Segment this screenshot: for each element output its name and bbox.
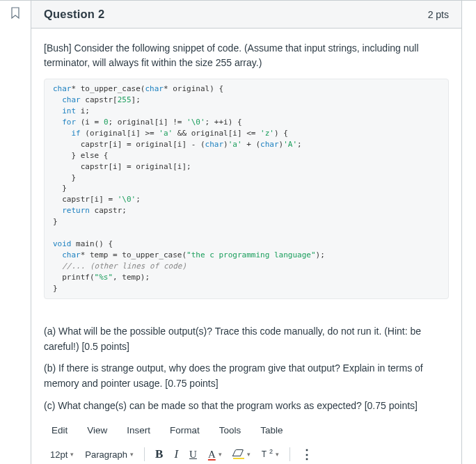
superscript-button[interactable]: T2 ▾	[258, 447, 283, 461]
menu-table[interactable]: Table	[257, 423, 286, 438]
menu-format[interactable]: Format	[166, 423, 203, 438]
editor-toolbar: 12pt ▾ Paragraph ▾ B I U A ▾	[44, 443, 449, 464]
block-format-label: Paragraph	[85, 449, 127, 460]
chevron-down-icon: ▾	[247, 451, 251, 458]
question-points: 2 pts	[428, 9, 449, 20]
question-header: Question 2 2 pts	[31, 1, 461, 29]
text-color-icon: A	[208, 449, 216, 461]
subpart-c: (c) What change(s) can be made so that t…	[44, 399, 449, 414]
font-size-select[interactable]: 12pt ▾	[47, 447, 77, 462]
editor-menubar: Edit View Insert Format Tools Table	[44, 420, 449, 440]
toolbar-separator	[144, 447, 145, 461]
highlight-icon	[233, 449, 244, 459]
question-title: Question 2	[44, 8, 104, 21]
highlight-button[interactable]: ▾	[230, 447, 254, 461]
more-button[interactable]: ⋮	[297, 445, 317, 464]
subpart-a: (a) What will be the possible output(s)?…	[44, 324, 449, 354]
font-size-label: 12pt	[50, 449, 68, 460]
menu-edit[interactable]: Edit	[48, 423, 71, 438]
menu-tools[interactable]: Tools	[216, 423, 245, 438]
code-block: char* to_upper_case(char* original) { ch…	[44, 79, 449, 299]
subpart-b: (b) If there is strange output, why does…	[44, 361, 449, 391]
chevron-down-icon: ▾	[70, 451, 74, 458]
italic-button[interactable]: I	[170, 445, 182, 463]
toolbar-separator	[289, 447, 290, 461]
question-card: Question 2 2 pts [Bush] Consider the fol…	[31, 1, 462, 464]
superscript-icon: T	[262, 449, 267, 459]
underline-button[interactable]: U	[186, 447, 200, 463]
chevron-down-icon: ▾	[130, 451, 134, 458]
menu-insert[interactable]: Insert	[123, 423, 154, 438]
rich-text-editor: Edit View Insert Format Tools Table 12pt…	[44, 420, 449, 464]
chevron-down-icon: ▾	[276, 451, 279, 458]
menu-view[interactable]: View	[84, 423, 111, 438]
question-prompt: [Bush] Consider the following snippet of…	[44, 41, 449, 70]
bold-button[interactable]: B	[152, 445, 166, 463]
block-format-select[interactable]: Paragraph ▾	[81, 447, 137, 462]
chevron-down-icon: ▾	[219, 451, 222, 458]
text-color-button[interactable]: A ▾	[205, 447, 225, 463]
bookmark-icon[interactable]	[10, 11, 21, 22]
